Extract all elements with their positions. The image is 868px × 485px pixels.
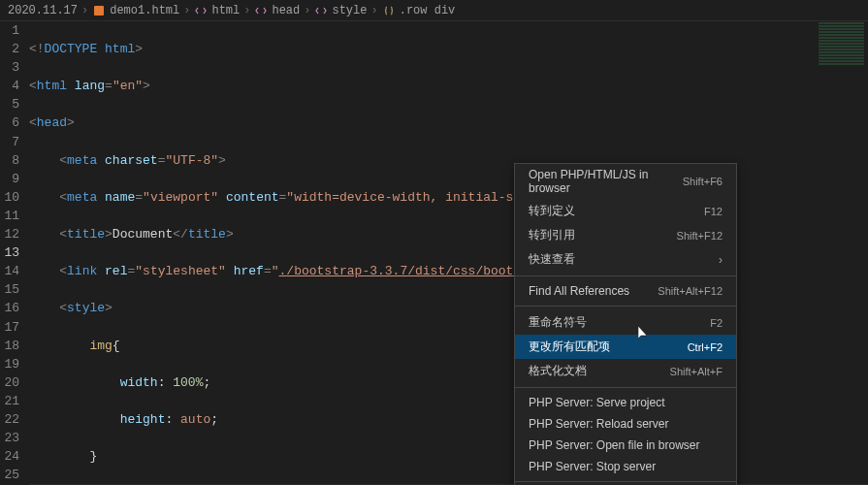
menu-separator	[515, 306, 736, 307]
menu-shortcut: F2	[710, 317, 723, 329]
editor[interactable]: 1234567891011121314151617181920212223242…	[0, 21, 868, 485]
line-gutter: 1234567891011121314151617181920212223242…	[0, 21, 29, 485]
breadcrumb: 2020.11.17 › demo1.html › html › head › …	[0, 0, 868, 21]
breadcrumb-file[interactable]: demo1.html	[92, 4, 179, 17]
line-number: 15	[0, 280, 19, 299]
line-number: 23	[0, 429, 19, 447]
context-menu-item[interactable]: PHP Server: Stop server	[515, 456, 736, 477]
menu-shortcut: Shift+F6	[683, 176, 723, 187]
line-number: 12	[0, 225, 19, 243]
line-number: 8	[0, 151, 19, 170]
line-number: 3	[0, 58, 19, 77]
context-menu-item[interactable]: Find All ReferencesShift+Alt+F12	[515, 280, 736, 302]
menu-item-label: Find All References	[529, 284, 629, 298]
code-icon	[194, 4, 208, 17]
context-menu: Open PHP/HTML/JS in browserShift+F6转到定义F…	[514, 163, 737, 485]
breadcrumb-node[interactable]: style	[314, 4, 367, 17]
context-menu-item[interactable]: PHP Server: Serve project	[515, 392, 736, 413]
line-number: 2	[0, 40, 19, 58]
breadcrumb-date[interactable]: 2020.11.17	[8, 4, 78, 17]
menu-item-label: Open PHP/HTML/JS in browser	[529, 168, 683, 195]
menu-separator	[515, 275, 736, 276]
chevron-right-icon: ›	[183, 4, 190, 17]
chevron-right-icon: ›	[243, 4, 250, 17]
menu-item-label: PHP Server: Reload server	[529, 417, 669, 431]
context-menu-item[interactable]: 格式化文档Shift+Alt+F	[515, 359, 736, 383]
context-menu-item[interactable]: PHP Server: Reload server	[515, 413, 736, 435]
line-number: 14	[0, 262, 19, 280]
line-number: 5	[0, 95, 19, 113]
braces-icon	[382, 4, 396, 17]
menu-item-label: 格式化文档	[529, 363, 587, 379]
line-number: 25	[0, 466, 19, 484]
breadcrumb-node[interactable]: head	[254, 4, 300, 17]
menu-item-label: 重命名符号	[529, 314, 587, 331]
code-area[interactable]: <!DOCTYPE html> <html lang="en"> <head> …	[29, 21, 868, 485]
line-number: 18	[0, 337, 19, 355]
menu-shortcut: F12	[704, 206, 723, 217]
menu-shortcut: Ctrl+F2	[688, 341, 723, 353]
code-icon	[254, 4, 268, 17]
line-number: 4	[0, 77, 19, 95]
line-number: 19	[0, 355, 19, 373]
menu-separator	[515, 387, 736, 388]
line-number: 6	[0, 113, 19, 132]
chevron-right-icon: ›	[719, 253, 723, 267]
menu-separator	[515, 481, 736, 482]
breadcrumb-node[interactable]: html	[194, 4, 240, 17]
context-menu-item[interactable]: PHP Server: Open file in browser	[515, 435, 736, 456]
line-number: 22	[0, 410, 19, 429]
context-menu-item[interactable]: Open PHP/HTML/JS in browserShift+F6	[515, 164, 736, 199]
breadcrumb-node[interactable]: .row div	[382, 4, 456, 17]
context-menu-item[interactable]: 重命名符号F2	[515, 310, 736, 335]
menu-item-label: PHP Server: Serve project	[529, 396, 665, 409]
line-number: 21	[0, 392, 19, 410]
chevron-right-icon: ›	[304, 4, 310, 17]
line-number: 24	[0, 447, 19, 466]
line-number: 16	[0, 299, 19, 317]
context-menu-item[interactable]: 快速查看›	[515, 247, 736, 272]
menu-shortcut: Shift+F12	[677, 230, 723, 242]
chevron-right-icon: ›	[81, 4, 88, 17]
line-number: 10	[0, 188, 19, 207]
menu-item-label: 转到定义	[529, 203, 575, 219]
line-number: 9	[0, 170, 19, 188]
minimap[interactable]	[815, 21, 868, 118]
menu-shortcut: Shift+Alt+F12	[658, 285, 723, 297]
menu-item-label: PHP Server: Stop server	[529, 460, 656, 473]
menu-item-label: PHP Server: Open file in browser	[529, 438, 700, 452]
line-number: 1	[0, 21, 19, 40]
line-number: 17	[0, 318, 19, 337]
menu-item-label: 转到引用	[529, 227, 575, 243]
context-menu-item[interactable]: 更改所有匹配项Ctrl+F2	[515, 335, 736, 359]
code-icon	[314, 4, 328, 17]
context-menu-item[interactable]: 转到引用Shift+F12	[515, 223, 736, 247]
line-number: 7	[0, 133, 19, 151]
menu-item-label: 更改所有匹配项	[529, 339, 610, 355]
line-number: 11	[0, 207, 19, 225]
line-number: 20	[0, 373, 19, 392]
line-number: 13	[0, 243, 19, 262]
html-file-icon	[92, 4, 106, 17]
menu-shortcut: Shift+Alt+F	[670, 366, 723, 377]
menu-item-label: 快速查看	[529, 251, 575, 268]
context-menu-item[interactable]: 转到定义F12	[515, 199, 736, 223]
chevron-right-icon: ›	[370, 4, 377, 17]
svg-rect-0	[94, 6, 104, 16]
